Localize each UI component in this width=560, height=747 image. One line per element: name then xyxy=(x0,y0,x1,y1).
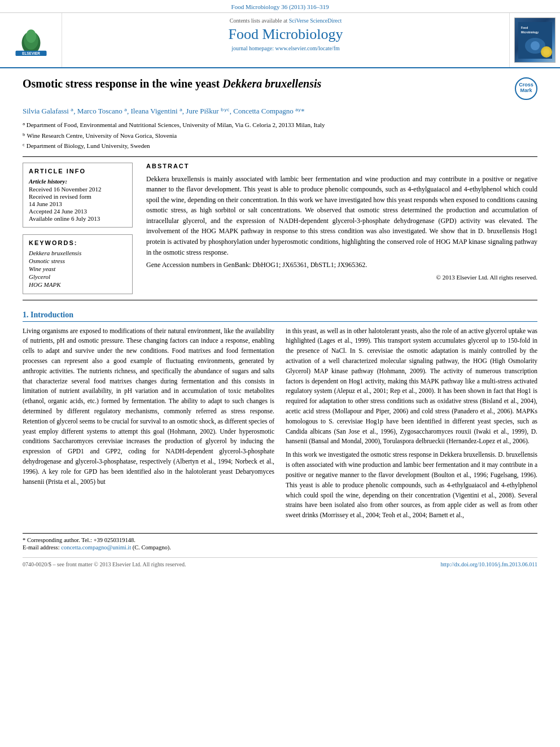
abstract-label: Abstract xyxy=(146,163,537,169)
footnote-corresponding: * Corresponding author. Tel.: +39 025031… xyxy=(23,537,537,543)
svg-text:Cross: Cross xyxy=(519,82,533,88)
intro-para-1: Living organisms are exposed to modifica… xyxy=(23,326,274,487)
svg-point-10 xyxy=(531,41,540,50)
intro-section-title: 1. Introduction xyxy=(23,311,537,322)
accepted-date: Accepted 24 June 2013 xyxy=(29,208,126,215)
keyword-2: Osmotic stress xyxy=(29,257,126,264)
divider-top xyxy=(23,156,537,157)
keywords-box: Keywords: Dekkera bruxellensis Osmotic s… xyxy=(23,234,133,294)
svg-text:Mark: Mark xyxy=(520,88,532,93)
crossmark-icon: Cross Mark xyxy=(515,77,537,100)
article-content: Osmotic stress response in the wine yeas… xyxy=(0,68,560,576)
introduction-section: 1. Introduction Living organisms are exp… xyxy=(23,311,537,524)
sciverse-link[interactable]: SciVerse ScienceDirect xyxy=(289,18,342,24)
bottom-bar: 0740-0020/$ – see front matter © 2013 El… xyxy=(23,557,537,567)
elsevier-logo-area: ELSEVIER xyxy=(0,13,62,67)
affiliation-a: ᵃ Department of Food, Environmental and … xyxy=(23,120,537,130)
intro-para-2: in this yeast, as well as in other halot… xyxy=(286,326,537,447)
accession-numbers: Gene Accession numbers in GenBank: DbHOG… xyxy=(146,260,537,270)
footnote-area: * Corresponding author. Tel.: +39 025031… xyxy=(23,533,537,551)
intro-body-columns: Living organisms are exposed to modifica… xyxy=(23,326,537,524)
article-info-column: ARTICLE INFO Article history: Received 1… xyxy=(23,163,133,294)
affiliation-b: ᵇ Wine Research Centre, University of No… xyxy=(23,131,537,141)
info-abstract-layout: ARTICLE INFO Article history: Received 1… xyxy=(23,163,537,294)
keyword-3: Wine yeast xyxy=(29,265,126,272)
journal-cover-thumbnail: Food Microbiology xyxy=(514,18,555,63)
abstract-text: Dekkera bruxellensis is mainly associate… xyxy=(146,174,537,270)
journal-homepage: journal homepage: www.elsevier.com/locat… xyxy=(68,45,504,51)
footnote-email: E-mail address: concetta.compagno@unimi.… xyxy=(23,544,537,551)
svg-text:Microbiology: Microbiology xyxy=(521,30,539,34)
keyword-5: HOG MAPK xyxy=(29,281,126,288)
received-revised-label: Received in revised form xyxy=(29,193,126,200)
sciverse-line: Contents lists available at SciVerse Sci… xyxy=(68,18,504,24)
svg-text:ELSEVIER: ELSEVIER xyxy=(22,51,40,55)
journal-citation-bar: Food Microbiology 36 (2013) 316–319 xyxy=(0,0,560,13)
elsevier-tree-icon: ELSEVIER xyxy=(11,25,51,56)
revised-date: 14 June 2013 xyxy=(29,200,126,207)
footnote-email-link[interactable]: concetta.compagno@unimi.it xyxy=(61,544,131,551)
journal-title: Food Microbiology xyxy=(68,26,504,43)
journal-citation-text: Food Microbiology 36 (2013) 316–319 xyxy=(231,3,329,10)
intro-col-left: Living organisms are exposed to modifica… xyxy=(23,326,274,524)
elsevier-logo: ELSEVIER xyxy=(11,25,51,56)
article-info-label: ARTICLE INFO xyxy=(29,168,126,174)
affiliation-c: ᶜ Department of Biology, Lund University… xyxy=(23,141,537,151)
svg-point-3 xyxy=(25,29,36,43)
svg-text:Food: Food xyxy=(521,26,528,29)
intro-col-right: in this yeast, as well as in other halot… xyxy=(286,326,537,524)
keyword-1: Dekkera bruxellensis xyxy=(29,250,126,256)
abstract-column: Abstract Dekkera bruxellensis is mainly … xyxy=(146,163,537,294)
journal-header: ELSEVIER Contents lists available at Sci… xyxy=(0,13,560,68)
doi-link[interactable]: http://dx.doi.org/10.1016/j.fm.2013.06.0… xyxy=(441,561,537,567)
keyword-4: Glycerol xyxy=(29,273,126,280)
affiliations: ᵃ Department of Food, Environmental and … xyxy=(23,120,537,151)
history-label: Article history: xyxy=(29,178,126,185)
journal-title-area: Contents lists available at SciVerse Sci… xyxy=(62,13,509,67)
article-info-box: ARTICLE INFO Article history: Received 1… xyxy=(23,163,133,228)
authors-line: Silvia Galafassi ᵃ, Marco Toscano ᵃ, Ile… xyxy=(23,107,537,116)
issn-text: 0740-0020/$ – see front matter © 2013 El… xyxy=(23,561,186,567)
cover-image-icon: Food Microbiology xyxy=(518,22,552,59)
divider-intro xyxy=(23,300,537,300)
copyright: © 2013 Elsevier Ltd. All rights reserved… xyxy=(146,274,537,281)
article-title-block: Osmotic stress response in the wine yeas… xyxy=(23,77,537,102)
received-date: Received 16 November 2012 xyxy=(29,186,126,193)
keywords-label: Keywords: xyxy=(29,239,126,246)
article-title: Osmotic stress response in the wine yeas… xyxy=(23,77,509,90)
homepage-url[interactable]: www.elsevier.com/locate/fm xyxy=(275,45,339,51)
available-date: Available online 6 July 2013 xyxy=(29,215,126,222)
journal-cover-area: Food Microbiology xyxy=(509,13,560,67)
intro-para-3: In this work we investigated the osmotic… xyxy=(286,450,537,521)
